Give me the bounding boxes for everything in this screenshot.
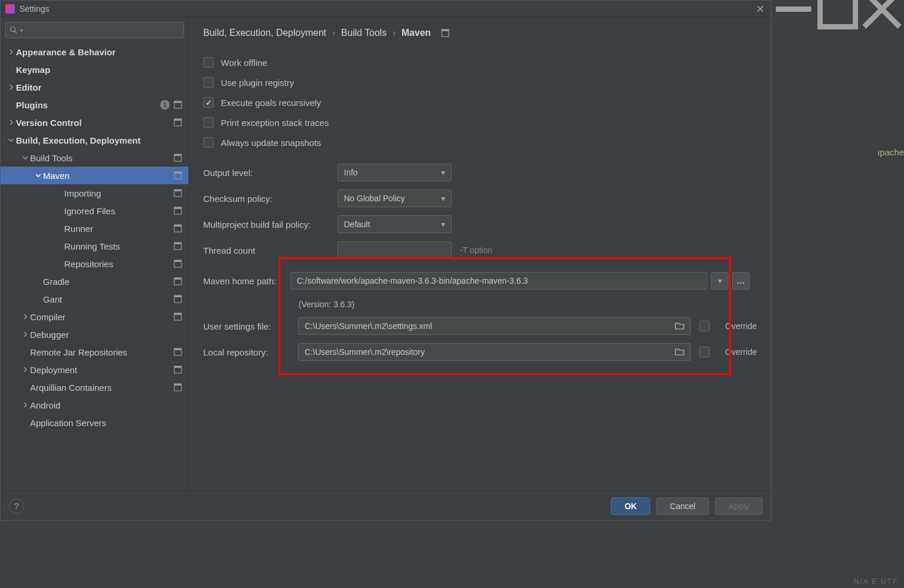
- svg-rect-21: [174, 278, 181, 280]
- checksum-policy-dropdown[interactable]: No Global Policy ▾: [337, 190, 452, 207]
- chevron-down-icon: [34, 171, 43, 180]
- sidebar-item-arquillian-containers[interactable]: Arquillian Containers: [1, 378, 188, 396]
- multiproject-dropdown[interactable]: Default ▾: [337, 215, 452, 233]
- sidebar-item-plugins[interactable]: Plugins1: [1, 96, 188, 114]
- settings-dialog: Settings ▾ Appearance & BehaviorKeymapEd…: [0, 0, 771, 521]
- breadcrumb: Build, Execution, Deployment › Build Too…: [203, 28, 757, 38]
- breadcrumb-seg[interactable]: Build Tools: [341, 28, 386, 38]
- maven-version-note: (Version: 3.6.3): [299, 300, 757, 309]
- sidebar-item-label: Maven: [43, 171, 173, 181]
- breadcrumb-sep: ›: [332, 28, 335, 38]
- local-repo-override-checkbox[interactable]: [699, 347, 710, 357]
- print-exception-label: Print exception stack traces: [221, 118, 329, 128]
- svg-rect-13: [174, 207, 181, 209]
- project-scope-icon: [173, 347, 183, 357]
- output-level-dropdown[interactable]: Info ▾: [337, 164, 452, 181]
- chevron-down-icon: [6, 135, 16, 145]
- svg-rect-9: [174, 172, 181, 174]
- sidebar-item-application-servers[interactable]: Application Servers: [1, 414, 188, 431]
- user-settings-input[interactable]: C:\Users\Summer\.m2\settings.xml: [298, 317, 691, 335]
- sidebar-item-maven[interactable]: Maven: [1, 167, 188, 184]
- project-scope-icon: [173, 241, 183, 251]
- settings-main-panel: Build, Execution, Deployment › Build Too…: [189, 17, 771, 491]
- sidebar-item-ignored-files[interactable]: Ignored Files: [1, 202, 188, 220]
- sidebar-item-appearance-behavior[interactable]: Appearance & Behavior: [1, 43, 188, 61]
- project-scope-icon: [441, 28, 450, 38]
- sidebar-item-label: Build Tools: [30, 153, 173, 163]
- local-repo-input[interactable]: C:\Users\Summer\.m2\repository: [298, 343, 691, 361]
- sidebar-item-running-tests[interactable]: Running Tests: [1, 237, 188, 255]
- sidebar-item-keymap[interactable]: Keymap: [1, 61, 188, 78]
- project-scope-icon: [173, 294, 183, 304]
- sidebar-item-repositories[interactable]: Repositories: [1, 255, 188, 273]
- arrow-spacer: [34, 294, 43, 304]
- maven-home-input[interactable]: C:/software/work/apache-maven-3.6.3-bin/…: [290, 272, 707, 290]
- maven-home-label: Maven home path:: [203, 276, 290, 286]
- sidebar-item-editor[interactable]: Editor: [1, 78, 188, 96]
- help-button[interactable]: ?: [9, 499, 24, 514]
- local-repo-value: C:\Users\Summer\.m2\repository: [304, 347, 425, 357]
- apply-button[interactable]: Apply: [715, 497, 763, 515]
- svg-rect-29: [174, 366, 181, 368]
- window-controls: [771, 0, 904, 18]
- checksum-policy-label: Checksum policy:: [203, 194, 337, 204]
- cancel-button[interactable]: Cancel: [656, 497, 709, 515]
- sidebar: ▾ Appearance & BehaviorKeymapEditorPlugi…: [1, 17, 189, 491]
- dialog-close-button[interactable]: [754, 3, 766, 15]
- sidebar-item-remote-jar-repositories[interactable]: Remote Jar Repositories: [1, 343, 188, 361]
- user-settings-override-checkbox[interactable]: [699, 321, 710, 331]
- always-update-checkbox[interactable]: [203, 137, 214, 148]
- sidebar-item-runner[interactable]: Runner: [1, 220, 188, 237]
- execute-goals-checkbox[interactable]: [203, 97, 214, 108]
- sidebar-item-debugger[interactable]: Debugger: [1, 325, 188, 343]
- sidebar-item-build-execution-deployment[interactable]: Build, Execution, Deployment: [1, 131, 188, 149]
- maven-home-browse-button[interactable]: …: [732, 272, 750, 290]
- folder-icon: [675, 322, 684, 330]
- close-window-button[interactable]: [860, 0, 904, 18]
- chevron-right-icon: [6, 82, 16, 92]
- sidebar-item-android[interactable]: Android: [1, 396, 188, 414]
- svg-rect-17: [174, 242, 181, 244]
- search-input[interactable]: [23, 26, 180, 35]
- arrow-spacer: [21, 418, 30, 427]
- sidebar-item-importing[interactable]: Importing: [1, 184, 188, 202]
- arrow-spacer: [55, 224, 64, 233]
- sidebar-item-build-tools[interactable]: Build Tools: [1, 149, 188, 167]
- sidebar-item-compiler[interactable]: Compiler: [1, 308, 188, 325]
- status-bar-fragment: N/A E UTF: [854, 577, 898, 586]
- sidebar-item-label: Gant: [43, 294, 173, 304]
- user-settings-value: C:\Users\Summer\.m2\settings.xml: [304, 321, 432, 331]
- print-exception-checkbox[interactable]: [203, 117, 214, 128]
- sidebar-item-label: Remote Jar Repositories: [30, 347, 173, 357]
- maximize-button[interactable]: [816, 0, 860, 18]
- breadcrumb-sep: ›: [392, 28, 395, 38]
- sidebar-item-deployment[interactable]: Deployment: [1, 361, 188, 378]
- svg-point-1: [11, 27, 15, 32]
- minimize-button[interactable]: [771, 0, 816, 18]
- chevron-down-icon: ▾: [441, 194, 445, 203]
- svg-rect-11: [174, 190, 181, 191]
- sidebar-item-label: Debugger: [30, 330, 183, 340]
- work-offline-checkbox[interactable]: [203, 57, 214, 68]
- breadcrumb-seg[interactable]: Build, Execution, Deployment: [203, 28, 326, 38]
- chevron-right-icon: [6, 47, 16, 57]
- thread-count-input[interactable]: [337, 241, 452, 259]
- sidebar-item-label: Plugins: [16, 100, 160, 110]
- svg-rect-33: [442, 29, 449, 31]
- sidebar-item-version-control[interactable]: Version Control: [1, 114, 188, 131]
- thread-count-label: Thread count: [203, 245, 337, 255]
- folder-icon: [675, 348, 684, 356]
- sidebar-item-gant[interactable]: Gant: [1, 290, 188, 308]
- chevron-down-icon: [21, 153, 30, 162]
- sidebar-item-label: Keymap: [16, 65, 183, 75]
- project-scope-icon: [173, 365, 183, 374]
- use-plugin-registry-label: Use plugin registry: [221, 78, 294, 88]
- use-plugin-registry-checkbox[interactable]: [203, 77, 214, 88]
- search-input-wrap[interactable]: ▾: [5, 22, 184, 38]
- ok-button[interactable]: OK: [611, 497, 650, 515]
- maven-home-dropdown-button[interactable]: ▾: [711, 272, 729, 290]
- arrow-spacer: [21, 347, 30, 357]
- sidebar-item-gradle[interactable]: Gradle: [1, 273, 188, 290]
- user-settings-override-label: Override: [725, 321, 757, 331]
- dialog-title: Settings: [19, 4, 49, 14]
